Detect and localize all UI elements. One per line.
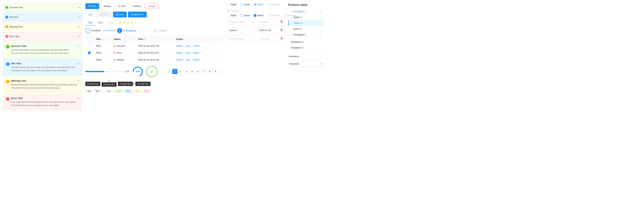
nav-item-navigation2[interactable]: ◇ Navigation 2 ∨ — [288, 32, 324, 38]
row2-checkbox[interactable]: ✓ — [88, 52, 91, 54]
checkbox-sq-hover[interactable] — [240, 14, 243, 17]
close-icon[interactable]: ✕ — [77, 45, 79, 48]
status-text: Success — [117, 45, 125, 47]
page-2-button[interactable]: 2 — [172, 69, 178, 74]
nav-label: Option 2 — [294, 22, 302, 24]
radio-circle-selected[interactable] — [254, 3, 256, 6]
page-5-button[interactable]: 5 — [190, 69, 195, 74]
radio-circle[interactable] — [227, 3, 230, 6]
delete-link-2[interactable]: Delete — [176, 52, 182, 54]
copy-link-2[interactable]: Copy — [185, 52, 190, 54]
tab-tab1[interactable]: Tab1 — [85, 20, 95, 26]
close-icon[interactable]: ✕ — [78, 25, 80, 28]
tags-row: Tag Tag ✕ + Tag Green Blue Gold Red — [85, 89, 224, 93]
login-form: Username： Password： 👁 — [288, 54, 324, 67]
page-8-button[interactable]: 8 — [207, 69, 212, 74]
eye-icon[interactable]: 👁 — [320, 63, 322, 65]
more-icon[interactable]: ··· — [202, 45, 205, 47]
close-icon[interactable]: ✕ — [78, 6, 80, 9]
star-4[interactable]: ★ ★ — [130, 21, 134, 25]
nav-sub-option2[interactable]: Option 2 — [288, 20, 324, 26]
step-label-waiting: Waiting — [159, 29, 166, 32]
nav-item-navigation1[interactable]: ◇ Navigation 1 ∧ — [288, 9, 324, 14]
sort-icon[interactable]: ⇅ — [102, 39, 103, 40]
date-value[interactable]: 2020-01-04 📅 — [257, 27, 285, 34]
sort-icon-time[interactable]: ⇅ — [144, 39, 146, 40]
password-label: Password： — [288, 63, 301, 65]
row3-checkbox[interactable] — [88, 59, 91, 61]
nav-panel: Product name ◇ Navigation 1 ∧ Option 1 O… — [288, 3, 324, 219]
delete-link-1b[interactable]: Delete — [193, 45, 200, 47]
chevron-down-icon: ∨ — [320, 33, 321, 36]
tooltips-row: Prompt Text Prompt Text Prompt Text Prom… — [85, 81, 224, 87]
copy-link-1[interactable]: Copy — [185, 45, 190, 47]
tag-plain: Tag — [85, 89, 92, 93]
nav-item-navigation4[interactable]: Navigation 4 — [288, 45, 324, 51]
tab-tab2[interactable]: Tab2 — [95, 20, 105, 26]
tabs: Tab1 Tab2 Tab3 — [85, 20, 116, 26]
more-icon[interactable]: ··· — [202, 51, 205, 54]
close-icon[interactable]: ✕ — [77, 97, 79, 100]
star-5[interactable]: ★ — [134, 21, 137, 25]
alert-content: ✓ Success Text — [5, 6, 23, 9]
close-icon[interactable]: ✕ — [78, 16, 80, 19]
box-icon-white: ⊞ — [116, 13, 118, 16]
username-input[interactable] — [302, 54, 328, 59]
star-rating[interactable]: ★ ★ ★ ★ ★ ★ — [119, 21, 137, 25]
page-4-button[interactable]: 4 — [184, 69, 189, 74]
checkbox-unchecked: Radio — [227, 14, 236, 17]
radio-hover-1: Hover — [240, 3, 250, 6]
delete-link-3[interactable]: Delete — [176, 59, 182, 61]
star-2[interactable]: ★ — [122, 21, 126, 25]
nav-sub-option3[interactable]: Option 3 — [288, 26, 324, 32]
delete-link-3b[interactable]: Delete — [193, 59, 200, 61]
page-7-button[interactable]: 7 — [201, 69, 206, 74]
checkbox-sq-checked[interactable]: ✓ — [254, 14, 256, 17]
danger-button[interactable]: Danger — [145, 3, 158, 9]
password-input[interactable]: 👁 — [302, 61, 324, 67]
prev-page-button[interactable]: < — [161, 69, 166, 74]
select-placeholder[interactable]: Select a Option ▾ — [227, 19, 255, 25]
page-9-button[interactable]: 9 — [213, 69, 218, 74]
dropdown-button[interactable]: Dropdown ▾ — [128, 12, 147, 18]
row1-checkbox[interactable] — [88, 45, 91, 47]
tag-add-button[interactable]: + Tag — [104, 89, 112, 93]
select-value[interactable]: Option1 ▾ — [227, 27, 255, 34]
copy-link-3[interactable]: Copy — [185, 59, 190, 61]
page-3-button[interactable]: 3 — [178, 69, 183, 74]
page-6-button[interactable]: 6 — [196, 69, 200, 74]
link-button[interactable]: Link — [85, 12, 96, 18]
error-icon: ✕ — [5, 35, 8, 38]
more-icon[interactable]: ··· — [202, 58, 205, 61]
checkbox-sq[interactable] — [227, 14, 230, 17]
date-placeholder-2[interactable]: Start date 📅 — [257, 36, 285, 42]
close-icon[interactable]: ✕ — [77, 79, 79, 83]
alerts-panel: ✓ Success Text ✕ i Info Text ✕ ! Warning… — [3, 3, 82, 219]
icon-blue-button[interactable]: ⊞ Icon — [113, 12, 126, 18]
next-page-button[interactable]: > — [219, 69, 224, 74]
default-button[interactable]: Default — [100, 3, 114, 9]
tab-tab3: Tab3 — [106, 20, 116, 26]
delete-link-1[interactable]: Delete — [176, 45, 182, 47]
delete-link-2b[interactable]: Delete — [193, 52, 200, 54]
header-checkbox[interactable] — [88, 38, 91, 41]
date-placeholder[interactable]: Start date 📅 — [257, 19, 285, 25]
tooltip-text-3: Prompt Text — [118, 82, 133, 86]
select-placeholder-text: Select a Option — [229, 21, 244, 23]
select-placeholder-2[interactable]: Select a Option ▾ — [227, 36, 255, 42]
close-icon[interactable]: ✕ — [77, 62, 79, 65]
nav-sub-option1[interactable]: Option 1 — [288, 14, 324, 20]
page-1-button[interactable]: 1 — [166, 69, 172, 74]
star-3[interactable]: ★ — [126, 21, 130, 25]
dashed-button[interactable]: Dashed — [130, 3, 144, 9]
success-icon-large: ✓ — [6, 45, 10, 49]
checkbox-label: Disabled — [271, 14, 280, 17]
nav-item-navigation3[interactable]: Navigation 3 — [288, 39, 324, 45]
tag-blue-label: Blue — [126, 90, 130, 92]
star-1[interactable]: ★ — [119, 21, 122, 25]
icon-button[interactable]: ⊞ Icon — [115, 3, 129, 9]
close-icon[interactable]: ✕ — [78, 35, 80, 38]
tag-close-icon[interactable]: ✕ — [99, 90, 101, 92]
primary-button[interactable]: Primary — [85, 3, 99, 9]
radio-circle-hover[interactable] — [240, 3, 243, 6]
